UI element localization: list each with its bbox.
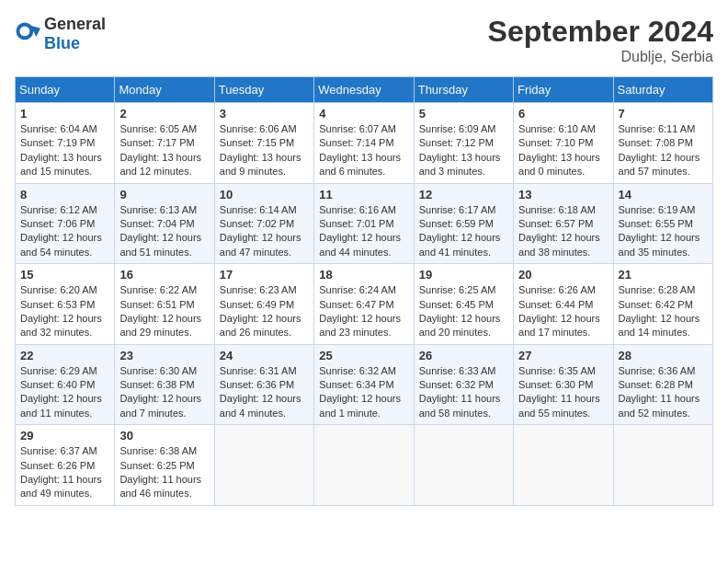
day-info: Sunrise: 6:09 AM Sunset: 7:12 PM Dayligh… bbox=[419, 122, 508, 179]
day-number: 10 bbox=[220, 188, 309, 201]
sunrise: Sunrise: 6:16 AM bbox=[319, 204, 396, 215]
title-block: September 2024 Dublje, Serbia bbox=[488, 15, 713, 65]
daylight: Daylight: 12 hours and 11 minutes. bbox=[20, 393, 102, 418]
day-number: 25 bbox=[319, 349, 408, 362]
month-year: September 2024 bbox=[488, 15, 713, 49]
sunset: Sunset: 6:44 PM bbox=[518, 299, 593, 310]
daylight: Daylight: 12 hours and 38 minutes. bbox=[518, 232, 600, 257]
sunrise: Sunrise: 6:13 AM bbox=[119, 204, 197, 215]
daylight: Daylight: 12 hours and 47 minutes. bbox=[220, 232, 301, 257]
sunrise: Sunrise: 6:26 AM bbox=[518, 284, 596, 295]
calendar-cell: 21 Sunrise: 6:28 AM Sunset: 6:42 PM Dayl… bbox=[613, 264, 712, 345]
calendar-cell bbox=[214, 425, 313, 506]
day-number: 17 bbox=[220, 268, 309, 282]
sunset: Sunset: 6:25 PM bbox=[119, 460, 194, 471]
calendar-cell: 3 Sunrise: 6:06 AM Sunset: 7:15 PM Dayli… bbox=[214, 103, 313, 184]
calendar-week-row: 22 Sunrise: 6:29 AM Sunset: 6:40 PM Dayl… bbox=[16, 344, 713, 425]
day-info: Sunrise: 6:17 AM Sunset: 6:59 PM Dayligh… bbox=[419, 203, 508, 260]
calendar-cell: 13 Sunrise: 6:18 AM Sunset: 6:57 PM Dayl… bbox=[514, 183, 613, 264]
calendar-cell bbox=[314, 425, 414, 506]
day-info: Sunrise: 6:30 AM Sunset: 6:38 PM Dayligh… bbox=[119, 364, 209, 421]
day-info: Sunrise: 6:19 AM Sunset: 6:55 PM Dayligh… bbox=[619, 203, 708, 260]
day-number: 8 bbox=[20, 188, 109, 201]
daylight: Daylight: 13 hours and 12 minutes. bbox=[119, 152, 201, 177]
day-info: Sunrise: 6:33 AM Sunset: 6:32 PM Dayligh… bbox=[419, 364, 508, 421]
daylight: Daylight: 12 hours and 57 minutes. bbox=[619, 152, 700, 177]
sunrise: Sunrise: 6:12 AM bbox=[20, 204, 97, 215]
calendar-cell: 10 Sunrise: 6:14 AM Sunset: 7:02 PM Dayl… bbox=[214, 183, 313, 264]
sunrise: Sunrise: 6:14 AM bbox=[220, 204, 297, 215]
calendar-cell: 14 Sunrise: 6:19 AM Sunset: 6:55 PM Dayl… bbox=[613, 183, 712, 264]
sunrise: Sunrise: 6:28 AM bbox=[619, 284, 696, 295]
svg-point-1 bbox=[19, 26, 29, 36]
header-saturday: Saturday bbox=[613, 77, 712, 103]
daylight: Daylight: 12 hours and 29 minutes. bbox=[119, 313, 201, 338]
sunrise: Sunrise: 6:24 AM bbox=[319, 284, 396, 295]
sunrise: Sunrise: 6:04 AM bbox=[20, 123, 97, 134]
logo-icon bbox=[15, 21, 40, 47]
weekday-header-row: Sunday Monday Tuesday Wednesday Thursday… bbox=[16, 77, 713, 103]
calendar-cell: 2 Sunrise: 6:05 AM Sunset: 7:17 PM Dayli… bbox=[115, 103, 214, 184]
day-info: Sunrise: 6:07 AM Sunset: 7:14 PM Dayligh… bbox=[319, 122, 408, 179]
calendar-cell: 27 Sunrise: 6:35 AM Sunset: 6:30 PM Dayl… bbox=[514, 344, 613, 425]
day-info: Sunrise: 6:18 AM Sunset: 6:57 PM Dayligh… bbox=[518, 203, 608, 260]
day-number: 23 bbox=[119, 349, 209, 362]
sunset: Sunset: 6:38 PM bbox=[119, 379, 194, 390]
daylight: Daylight: 12 hours and 41 minutes. bbox=[419, 232, 501, 257]
day-info: Sunrise: 6:28 AM Sunset: 6:42 PM Dayligh… bbox=[619, 283, 708, 340]
sunrise: Sunrise: 6:20 AM bbox=[20, 284, 97, 295]
sunrise: Sunrise: 6:06 AM bbox=[220, 123, 297, 134]
page-header: General Blue September 2024 Dublje, Serb… bbox=[15, 15, 713, 65]
sunrise: Sunrise: 6:37 AM bbox=[20, 445, 97, 456]
day-number: 19 bbox=[419, 268, 508, 282]
sunrise: Sunrise: 6:25 AM bbox=[419, 284, 496, 295]
calendar-cell: 9 Sunrise: 6:13 AM Sunset: 7:04 PM Dayli… bbox=[115, 183, 214, 264]
sunset: Sunset: 6:49 PM bbox=[220, 299, 294, 310]
sunset: Sunset: 7:06 PM bbox=[20, 218, 95, 229]
calendar-week-row: 29 Sunrise: 6:37 AM Sunset: 6:26 PM Dayl… bbox=[16, 425, 713, 506]
day-number: 22 bbox=[20, 349, 109, 362]
day-number: 11 bbox=[319, 188, 408, 201]
sunrise: Sunrise: 6:22 AM bbox=[119, 284, 197, 295]
logo-blue: Blue bbox=[44, 34, 80, 52]
calendar-week-row: 8 Sunrise: 6:12 AM Sunset: 7:06 PM Dayli… bbox=[16, 183, 713, 264]
sunset: Sunset: 6:59 PM bbox=[419, 218, 494, 229]
calendar-cell: 12 Sunrise: 6:17 AM Sunset: 6:59 PM Dayl… bbox=[414, 183, 513, 264]
daylight: Daylight: 13 hours and 6 minutes. bbox=[319, 152, 401, 177]
logo: General Blue bbox=[15, 15, 106, 53]
day-number: 13 bbox=[518, 188, 608, 201]
calendar-cell: 4 Sunrise: 6:07 AM Sunset: 7:14 PM Dayli… bbox=[314, 103, 414, 184]
daylight: Daylight: 12 hours and 26 minutes. bbox=[220, 313, 301, 338]
day-number: 24 bbox=[220, 349, 309, 362]
day-number: 6 bbox=[518, 107, 608, 121]
calendar-cell: 29 Sunrise: 6:37 AM Sunset: 6:26 PM Dayl… bbox=[16, 425, 115, 506]
header-tuesday: Tuesday bbox=[214, 77, 313, 103]
day-number: 30 bbox=[119, 429, 209, 442]
sunset: Sunset: 6:47 PM bbox=[319, 299, 393, 310]
sunrise: Sunrise: 6:19 AM bbox=[619, 204, 696, 215]
day-info: Sunrise: 6:24 AM Sunset: 6:47 PM Dayligh… bbox=[319, 283, 408, 340]
day-number: 27 bbox=[518, 349, 608, 362]
sunrise: Sunrise: 6:05 AM bbox=[119, 123, 197, 134]
calendar-cell: 18 Sunrise: 6:24 AM Sunset: 6:47 PM Dayl… bbox=[314, 264, 414, 345]
calendar-cell: 19 Sunrise: 6:25 AM Sunset: 6:45 PM Dayl… bbox=[414, 264, 513, 345]
sunrise: Sunrise: 6:32 AM bbox=[319, 365, 396, 376]
sunset: Sunset: 6:26 PM bbox=[20, 460, 95, 471]
day-info: Sunrise: 6:11 AM Sunset: 7:08 PM Dayligh… bbox=[619, 122, 708, 179]
day-info: Sunrise: 6:23 AM Sunset: 6:49 PM Dayligh… bbox=[220, 283, 309, 340]
daylight: Daylight: 11 hours and 55 minutes. bbox=[518, 393, 600, 418]
sunrise: Sunrise: 6:31 AM bbox=[220, 365, 297, 376]
day-number: 4 bbox=[319, 107, 408, 121]
sunrise: Sunrise: 6:09 AM bbox=[419, 123, 496, 134]
day-number: 1 bbox=[20, 107, 109, 121]
header-monday: Monday bbox=[115, 77, 214, 103]
sunset: Sunset: 6:36 PM bbox=[220, 379, 294, 390]
sunrise: Sunrise: 6:10 AM bbox=[518, 123, 596, 134]
day-info: Sunrise: 6:20 AM Sunset: 6:53 PM Dayligh… bbox=[20, 283, 109, 340]
day-number: 15 bbox=[20, 268, 109, 282]
calendar-week-row: 15 Sunrise: 6:20 AM Sunset: 6:53 PM Dayl… bbox=[16, 264, 713, 345]
sunset: Sunset: 7:08 PM bbox=[619, 137, 693, 148]
sunset: Sunset: 7:19 PM bbox=[20, 137, 95, 148]
sunset: Sunset: 6:45 PM bbox=[419, 299, 494, 310]
day-info: Sunrise: 6:26 AM Sunset: 6:44 PM Dayligh… bbox=[518, 283, 608, 340]
